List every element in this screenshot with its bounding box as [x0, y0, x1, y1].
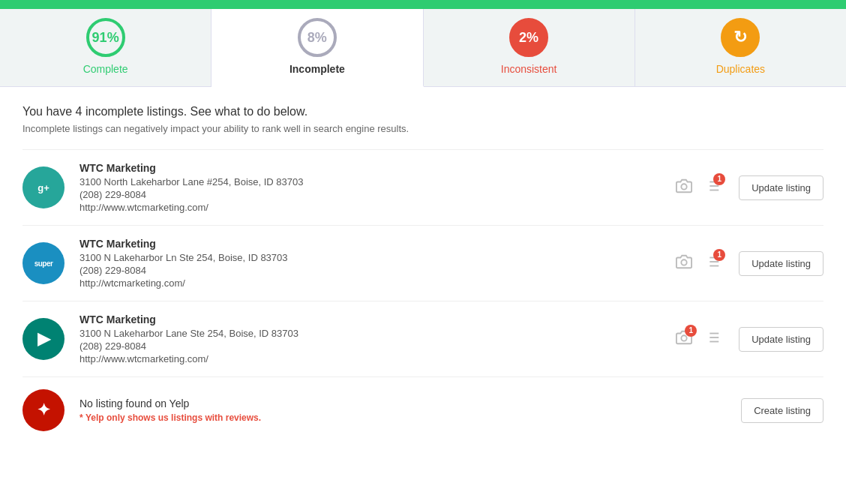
svg-point-0: [682, 184, 687, 189]
tab-percent-inconsistent: 2%: [519, 30, 538, 46]
tab-label-incomplete: Incomplete: [290, 63, 345, 75]
listing-info-gplus: WTC Marketing 3100 North Lakeharbor Lane…: [80, 162, 676, 213]
no-listing-sub-text: Yelp only shows us listings with reviews…: [86, 412, 261, 423]
intro-heading: You have 4 incomplete listings. See what…: [22, 105, 824, 118]
listing-logo-gplus: g+: [22, 166, 64, 208]
listing-name-gplus: WTC Marketing: [80, 162, 676, 174]
listing-name-bing: WTC Marketing: [80, 314, 676, 326]
top-bar: [0, 0, 846, 9]
camera-icon-superpages: [676, 254, 692, 270]
tab-circle-complete: 91%: [86, 18, 125, 57]
create-button-yelp[interactable]: Create listing: [741, 398, 824, 423]
camera-icon-wrapper-bing: 1: [676, 329, 692, 350]
listing-logo-bing: ▶: [22, 318, 64, 360]
camera-icon-wrapper-gplus: [676, 178, 692, 198]
listing-name-superpages: WTC Marketing: [80, 238, 676, 250]
listing-phone-superpages: (208) 229-8084: [80, 265, 676, 276]
tab-circle-duplicates: ↻: [721, 18, 760, 57]
camera-badge-bing: 1: [685, 325, 697, 337]
svg-point-14: [682, 335, 687, 340]
tab-circle-inconsistent: 2%: [509, 18, 548, 57]
tab-label-inconsistent: Inconsistent: [501, 63, 557, 75]
bing-logo-text: ▶: [38, 329, 50, 349]
listing-url-superpages: http://wtcmarketing.com/: [80, 278, 676, 289]
duplicate-refresh-icon: ↻: [734, 28, 747, 47]
listing-row-bing: ▶ WTC Marketing 3100 N Lakeharbor Lane S…: [22, 301, 824, 376]
listing-phone-bing: (208) 229-8084: [80, 340, 676, 352]
listing-info-bing: WTC Marketing 3100 N Lakeharbor Lane Ste…: [80, 314, 676, 364]
listing-logo-yelp: ✦: [22, 389, 64, 431]
listing-icons-superpages: 1: [676, 254, 721, 274]
tab-percent-complete: 91%: [92, 30, 119, 46]
tab-duplicates[interactable]: ↻ Duplicates: [635, 9, 846, 86]
tabs-container: 91% Complete 8% Incomplete 2% Inconsiste…: [0, 9, 846, 87]
list-icon-wrapper-gplus: 1: [704, 178, 721, 198]
no-listing-sub: * Yelp only shows us listings with revie…: [80, 412, 741, 423]
listing-logo-superpages: super: [22, 242, 64, 284]
listing-info-superpages: WTC Marketing 3100 N Lakeharbor Ln Ste 2…: [80, 238, 676, 289]
tab-inconsistent[interactable]: 2% Inconsistent: [424, 9, 635, 86]
yelp-logo-text: ✦: [37, 400, 50, 420]
update-button-gplus[interactable]: Update listing: [739, 176, 824, 200]
no-listing-text: No listing found on Yelp: [80, 398, 741, 410]
listing-url-gplus: http://www.wtcmarketing.com/: [80, 202, 676, 213]
listing-phone-gplus: (208) 229-8084: [80, 189, 676, 200]
tab-percent-incomplete: 8%: [308, 30, 327, 46]
list-icon-wrapper-bing: [704, 329, 721, 350]
update-button-superpages[interactable]: Update listing: [739, 251, 824, 276]
listing-url-bing: http://www.wtcmarketing.com/: [80, 353, 676, 364]
list-badge-superpages: 1: [713, 249, 725, 261]
update-button-bing[interactable]: Update listing: [739, 327, 824, 352]
svg-point-7: [682, 260, 687, 265]
gplus-logo-text: g+: [38, 182, 50, 194]
tab-incomplete[interactable]: 8% Incomplete: [212, 9, 423, 87]
list-icon-bing: [704, 329, 721, 346]
asterisk-icon: *: [80, 412, 83, 423]
listing-icons-bing: 1: [676, 329, 721, 350]
camera-icon-gplus: [676, 178, 692, 194]
listing-info-yelp: No listing found on Yelp * Yelp only sho…: [80, 398, 741, 423]
intro-subtext: Incomplete listings can negatively impac…: [22, 123, 824, 134]
tab-circle-incomplete: 8%: [298, 18, 337, 57]
listing-row-superpages: super WTC Marketing 3100 N Lakeharbor Ln…: [22, 225, 824, 301]
camera-icon-wrapper-superpages: [676, 254, 692, 274]
superpages-logo-text: super: [34, 260, 53, 268]
listing-address-bing: 3100 N Lakeharbor Lane Ste 254, Boise, I…: [80, 328, 676, 339]
main-content: You have 4 incomplete listings. See what…: [0, 87, 846, 504]
tab-label-duplicates: Duplicates: [716, 63, 765, 75]
listing-row-yelp: ✦ No listing found on Yelp * Yelp only s…: [22, 376, 824, 443]
list-icon-wrapper-superpages: 1: [704, 254, 721, 274]
listing-icons-gplus: 1: [676, 178, 721, 198]
listing-row-gplus: g+ WTC Marketing 3100 North Lakeharbor L…: [22, 149, 824, 225]
listing-address-superpages: 3100 N Lakeharbor Ln Ste 254, Boise, ID …: [80, 252, 676, 263]
tab-label-complete: Complete: [83, 63, 128, 75]
list-badge-gplus: 1: [713, 173, 725, 185]
listing-address-gplus: 3100 North Lakeharbor Lane #254, Boise, …: [80, 176, 676, 188]
tab-complete[interactable]: 91% Complete: [0, 9, 212, 86]
